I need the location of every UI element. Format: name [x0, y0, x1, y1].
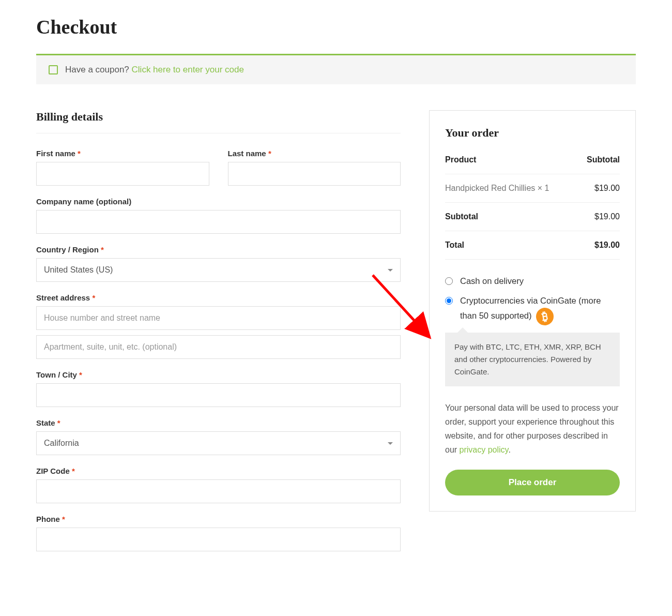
place-order-button[interactable]: Place order [445, 470, 620, 495]
first-name-input[interactable] [36, 162, 209, 186]
state-label: State * [36, 418, 401, 427]
chevron-down-icon [388, 442, 393, 445]
cod-radio[interactable] [445, 277, 453, 285]
last-name-input[interactable] [228, 162, 401, 186]
total-label: Total [445, 231, 578, 260]
phone-input[interactable] [36, 528, 401, 551]
table-row: Subtotal $19.00 [445, 203, 620, 231]
total-value: $19.00 [578, 231, 620, 260]
subtotal-label: Subtotal [445, 203, 578, 231]
company-label: Company name (optional) [36, 197, 401, 206]
company-input[interactable] [36, 210, 401, 234]
country-value: United States (US) [44, 265, 113, 275]
billing-heading: Billing details [36, 110, 401, 133]
privacy-text-after: . [508, 445, 510, 454]
subtotal-value: $19.00 [578, 203, 620, 231]
privacy-policy-link[interactable]: privacy policy [460, 445, 509, 454]
line-item-price: $19.00 [578, 174, 620, 203]
coupon-link[interactable]: Click here to enter your code [132, 65, 244, 74]
last-name-label: Last name * [228, 149, 401, 158]
payment-methods: Cash on delivery Cryptocurrencies via Co… [445, 274, 620, 386]
coupon-icon [49, 65, 58, 74]
order-summary: Your order Product Subtotal Handpicked R… [429, 110, 636, 512]
line-item-name: Handpicked Red Chillies × 1 [445, 174, 578, 203]
city-input[interactable] [36, 383, 401, 407]
payment-option-crypto[interactable]: Cryptocurrencies via CoinGate (more than… [445, 294, 620, 325]
crypto-label-wrap: Cryptocurrencies via CoinGate (more than… [460, 294, 620, 325]
crypto-label: Cryptocurrencies via CoinGate (more than… [460, 296, 601, 320]
crypto-description: Pay with BTC, LTC, ETH, XMR, XRP, BCH an… [445, 333, 620, 386]
city-label: Town / City * [36, 370, 401, 379]
state-value: California [44, 439, 79, 448]
zip-label: ZIP Code * [36, 467, 401, 475]
crypto-radio[interactable] [445, 297, 453, 305]
product-header: Product [445, 155, 578, 174]
order-heading: Your order [445, 126, 620, 140]
table-row: Total $19.00 [445, 231, 620, 260]
chevron-down-icon [388, 269, 393, 272]
first-name-label: First name * [36, 149, 209, 158]
coupon-notice: Have a coupon? Click here to enter your … [36, 54, 636, 84]
table-row: Handpicked Red Chillies × 1 $19.00 [445, 174, 620, 203]
country-select[interactable]: United States (US) [36, 258, 401, 282]
order-table: Product Subtotal Handpicked Red Chillies… [445, 155, 620, 260]
subtotal-header: Subtotal [578, 155, 620, 174]
billing-section: Billing details First name * Last name *… [36, 110, 401, 563]
phone-label: Phone * [36, 515, 401, 523]
street1-input[interactable] [36, 306, 401, 330]
bitcoin-icon: ₿ [534, 306, 555, 326]
coupon-prompt: Have a coupon? [65, 65, 132, 74]
street2-input[interactable] [36, 335, 401, 359]
coupon-text: Have a coupon? Click here to enter your … [65, 65, 244, 75]
payment-option-cod[interactable]: Cash on delivery [445, 274, 620, 288]
country-label: Country / Region * [36, 245, 401, 254]
street-label: Street address * [36, 293, 401, 302]
state-select[interactable]: California [36, 431, 401, 455]
privacy-notice: Your personal data will be used to proce… [445, 401, 620, 457]
zip-input[interactable] [36, 479, 401, 503]
cod-label: Cash on delivery [460, 274, 524, 288]
page-title: Checkout [36, 16, 636, 38]
